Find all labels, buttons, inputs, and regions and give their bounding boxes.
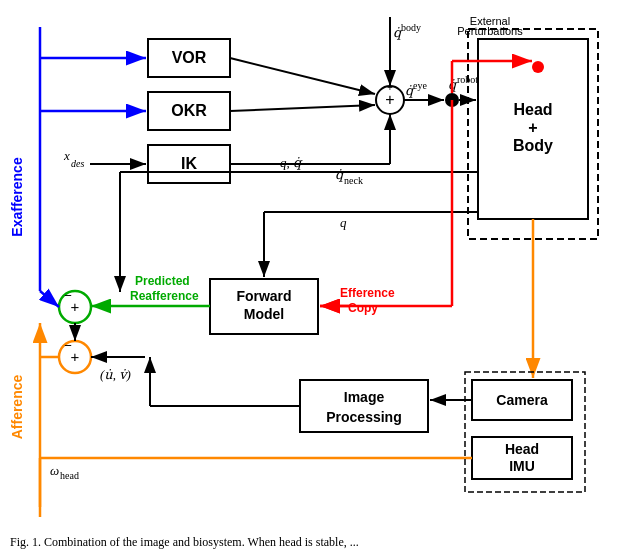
svg-text:Model: Model (244, 306, 284, 322)
omega-head-label: ω (50, 463, 59, 478)
svg-text:+: + (385, 91, 394, 108)
figure-caption: Fig. 1. Combination of the image and bio… (10, 535, 630, 550)
efference-copy-label1: Efference (340, 286, 395, 300)
predicted-reafference-label2: Reafference (130, 289, 199, 303)
diagram-container: VOR OKR IK Head + Body External Perturba… (0, 0, 640, 554)
svg-line-35 (230, 58, 375, 94)
svg-point-23 (532, 61, 544, 73)
head-imu-label2: IMU (509, 458, 535, 474)
omega-head-sub: head (60, 470, 79, 481)
image-processing-label2: Processing (326, 409, 401, 425)
okr-label: OKR (171, 102, 207, 119)
q-eye-sub: eye (413, 80, 427, 91)
image-processing-label: Image (344, 389, 385, 405)
external-perturbations-label2: Perturbations (457, 25, 523, 37)
exafference-label: Exafference (9, 157, 25, 237)
svg-text:+: + (71, 348, 80, 365)
svg-line-64 (40, 291, 59, 307)
predicted-reafference-label1: Predicted (135, 274, 190, 288)
camera-label: Camera (496, 392, 548, 408)
x-des-label: x (63, 148, 70, 163)
svg-text:+: + (528, 119, 537, 136)
head-imu-label: Head (505, 441, 539, 457)
svg-text:+: + (71, 298, 80, 315)
svg-text:Head: Head (513, 101, 552, 118)
x-des-sub: des (71, 158, 84, 169)
svg-text:Forward: Forward (236, 288, 291, 304)
u-v-dot-label: (u̇, v̇) (100, 367, 131, 382)
efference-copy-label2: Copy (348, 301, 378, 315)
q-label: q (340, 215, 347, 230)
q-body-sub: body (401, 22, 421, 33)
q-qdot-label: q, q̇ (280, 155, 303, 170)
svg-text:−: − (64, 338, 72, 353)
afference-label: Afference (9, 375, 25, 440)
caption-text: Fig. 1. Combination of the image and bio… (10, 535, 359, 549)
ik-label: IK (181, 155, 197, 172)
svg-text:−: − (64, 288, 72, 303)
q-neck-sub: neck (344, 175, 363, 186)
vor-label: VOR (172, 49, 207, 66)
svg-text:Body: Body (513, 137, 553, 154)
q-robot-sub: robot (457, 74, 478, 85)
svg-line-36 (230, 105, 375, 111)
